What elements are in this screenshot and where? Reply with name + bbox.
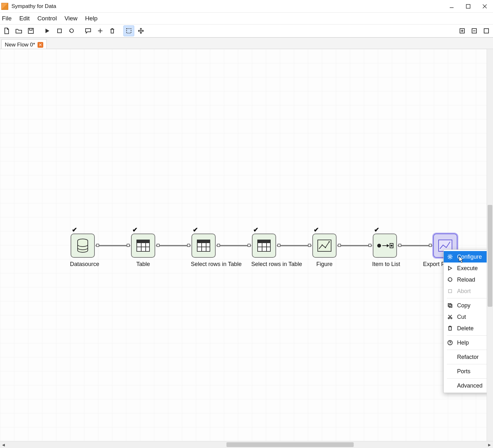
comment-button[interactable] (83, 25, 94, 36)
scroll-right-arrow[interactable]: ► (486, 441, 493, 448)
plus-box-icon (459, 28, 465, 34)
menu-help[interactable]: Help (85, 15, 97, 22)
maximize-button[interactable] (460, 0, 476, 13)
context-menu-label: Refactor (457, 354, 479, 360)
title-bar: Sympathy for Data (0, 0, 493, 13)
expand-button[interactable] (457, 25, 468, 36)
menu-view[interactable]: View (65, 15, 78, 22)
output-port[interactable] (398, 244, 401, 247)
input-port[interactable] (247, 244, 251, 247)
scroll-thumb[interactable] (226, 442, 354, 447)
node-figure[interactable]: ✔ Figure (312, 234, 337, 268)
table-icon (136, 239, 150, 252)
node-label: Datasource (70, 261, 95, 268)
canvas-area[interactable]: ✔ Datasource ✔ (0, 49, 493, 441)
wire[interactable] (337, 245, 372, 246)
context-menu-help[interactable]: Help (444, 337, 490, 348)
separator (447, 335, 487, 336)
reload-button[interactable] (66, 25, 77, 36)
tab-close-button[interactable]: ✕ (38, 42, 43, 48)
input-port[interactable] (368, 244, 371, 247)
wire[interactable] (277, 245, 312, 246)
context-menu-label: Cut (457, 314, 466, 320)
context-menu-abort: Abort (444, 285, 490, 297)
selection-tool-button[interactable] (123, 25, 134, 36)
stop-button[interactable] (54, 25, 65, 36)
run-button[interactable] (42, 25, 53, 36)
context-menu-label: Abort (457, 288, 471, 295)
input-port[interactable] (127, 244, 130, 247)
horizontal-scrollbar[interactable]: ◄ ► (0, 441, 493, 448)
pan-tool-button[interactable] (135, 25, 146, 36)
svg-point-51 (451, 318, 452, 319)
menu-file[interactable]: File (2, 15, 12, 22)
chart-icon (317, 239, 332, 252)
delete-button[interactable] (107, 25, 118, 36)
menu-edit[interactable]: Edit (19, 15, 30, 22)
new-file-button[interactable] (1, 25, 12, 36)
node-select-rows-2[interactable]: ✔ Select rows in Table (251, 234, 277, 268)
blank-icon (447, 354, 453, 360)
context-menu-copy[interactable]: Copy (444, 300, 490, 311)
svg-rect-47 (448, 290, 452, 293)
help-icon (447, 340, 453, 346)
output-port[interactable] (277, 244, 281, 247)
add-button[interactable] (95, 25, 106, 36)
play-icon (447, 265, 453, 271)
wire[interactable] (95, 245, 130, 246)
file-icon (3, 27, 10, 34)
wire[interactable] (398, 245, 433, 246)
node-item-to-list[interactable]: ✔ Item to List (372, 234, 398, 268)
svg-rect-1 (466, 4, 470, 8)
save-button[interactable] (25, 25, 36, 36)
context-menu-reload[interactable]: Reload (444, 274, 490, 285)
wire[interactable] (216, 245, 251, 246)
close-window-button[interactable] (476, 0, 493, 13)
node-table[interactable]: ✔ Table (130, 234, 156, 268)
output-port[interactable] (217, 244, 220, 247)
context-menu-label: Delete (457, 325, 474, 332)
context-menu-advanced[interactable]: Advanced (444, 380, 490, 391)
separator (447, 364, 487, 364)
svg-rect-10 (127, 29, 131, 33)
open-button[interactable] (13, 25, 24, 36)
app-icon (1, 3, 8, 10)
minimize-button[interactable] (443, 0, 460, 13)
tab-new-flow-0[interactable]: New Flow 0* ✕ (1, 39, 47, 49)
play-icon (45, 28, 50, 34)
wire[interactable] (156, 245, 191, 246)
scroll-left-arrow[interactable]: ◄ (0, 441, 7, 448)
context-menu-delete[interactable]: Delete (444, 323, 490, 334)
svg-rect-49 (449, 304, 452, 307)
vertical-scrollbar[interactable] (487, 49, 493, 441)
node-label: Figure (312, 261, 337, 268)
output-port[interactable] (156, 244, 160, 247)
scroll-thumb[interactable] (488, 205, 492, 307)
context-menu-label: Reload (457, 276, 475, 283)
box-icon (483, 28, 489, 34)
input-port[interactable] (187, 244, 190, 247)
context-menu-configure[interactable]: Configure (444, 251, 490, 262)
folder-open-icon (15, 28, 22, 34)
menu-control[interactable]: Control (37, 15, 57, 22)
context-menu-label: Configure (457, 254, 482, 260)
svg-rect-4 (28, 28, 33, 33)
flow-graph: ✔ Datasource ✔ (70, 234, 474, 284)
output-port[interactable] (96, 244, 99, 247)
window-title: Sympathy for Data (11, 3, 56, 10)
input-port[interactable] (429, 244, 432, 247)
context-menu-cut[interactable]: Cut (444, 311, 490, 323)
context-menu-refactor[interactable]: Refactor (444, 351, 490, 363)
context-menu-execute[interactable]: Execute (444, 262, 490, 274)
node-select-rows-1[interactable]: ✔ Select rows in Table (191, 234, 216, 268)
collapse-button[interactable] (469, 25, 480, 36)
context-menu-ports[interactable]: Ports (444, 366, 490, 377)
input-port[interactable] (308, 244, 311, 247)
output-port[interactable] (338, 244, 341, 247)
node-datasource[interactable]: ✔ Datasource (70, 234, 95, 268)
table-icon (257, 239, 271, 252)
collapse-all-button[interactable] (481, 25, 492, 36)
check-icon: ✔ (72, 226, 77, 234)
plus-icon (97, 28, 103, 34)
context-menu-label: Help (457, 340, 469, 346)
